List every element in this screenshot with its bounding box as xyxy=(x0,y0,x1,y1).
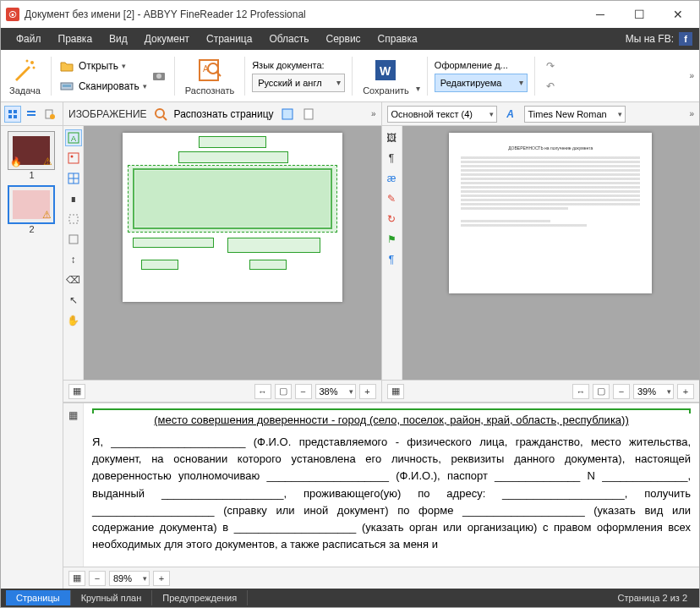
order-tool[interactable]: ↕ xyxy=(65,251,82,268)
overflow-icon[interactable]: » xyxy=(689,109,694,118)
select-tool[interactable] xyxy=(65,231,82,248)
font-style-icon[interactable]: A xyxy=(502,106,519,123)
camera-icon[interactable] xyxy=(150,68,167,85)
redo-icon[interactable]: ↷ xyxy=(542,58,559,74)
facebook-icon[interactable]: f xyxy=(679,32,692,46)
recognition-area-tool[interactable] xyxy=(65,211,82,227)
page-text-preview: ДОВЕРЕННОСТЬ на получение документа xyxy=(449,133,652,293)
open-label: Открыть xyxy=(79,60,118,72)
pointer-tool[interactable]: ↖ xyxy=(65,292,82,309)
barcode-area-tool[interactable]: ∎ xyxy=(65,190,82,207)
task-button[interactable]: Задача xyxy=(6,55,44,97)
font-dropdown[interactable]: Times New Roman xyxy=(524,106,626,123)
closeup-toggle-icon[interactable]: ▦ xyxy=(65,407,82,424)
layout-value: Редактируема xyxy=(440,78,502,88)
main-toolbar: Задача Открыть ▾ Сканировать ▾ A Распозн… xyxy=(1,50,699,102)
zoom-in-button[interactable]: + xyxy=(359,384,376,399)
show-image-tool[interactable]: 🖼 xyxy=(383,129,400,146)
menu-page[interactable]: Страница xyxy=(198,30,260,48)
svg-text:A: A xyxy=(203,64,209,74)
svg-rect-16 xyxy=(14,115,17,118)
closeup-zoom-value[interactable]: 89% xyxy=(109,571,150,586)
fit-page-icon[interactable]: ▢ xyxy=(593,384,610,399)
closeup-tools: ▦ xyxy=(63,403,84,567)
page-thumbnail-1[interactable]: 🔥⚠ 1 xyxy=(8,131,57,180)
recognize-page-label[interactable]: Распознать страницу xyxy=(174,108,274,120)
language-dropdown[interactable]: Русский и англ xyxy=(252,74,345,92)
image-canvas[interactable] xyxy=(84,126,381,380)
image-zoom-value[interactable]: 38% xyxy=(315,384,356,399)
picture-area-tool[interactable] xyxy=(65,150,82,167)
pages-panel: 🔥⚠ 1 ⚠ 2 xyxy=(1,102,63,589)
toggle-view-icon[interactable]: ▦ xyxy=(68,571,85,586)
thumbnails-view-button[interactable] xyxy=(4,106,21,123)
mark-tool[interactable]: ⚑ xyxy=(383,231,400,248)
svg-rect-15 xyxy=(8,115,12,118)
menu-help[interactable]: Справка xyxy=(369,30,426,48)
scan-button[interactable]: Сканировать ▾ xyxy=(58,78,147,95)
status-tab-closeup[interactable]: Крупный план xyxy=(71,590,153,605)
menu-area[interactable]: Область xyxy=(260,30,317,48)
save-button[interactable]: W Сохранить xyxy=(359,55,413,97)
text-area-tool[interactable]: A xyxy=(65,129,82,146)
zoom-in-button[interactable]: + xyxy=(153,571,170,586)
verify-tool[interactable]: ✎ xyxy=(383,190,400,207)
zoom-out-button[interactable]: − xyxy=(89,571,106,586)
style-dropdown[interactable]: Основной текст (4) xyxy=(387,106,497,123)
page-settings-button[interactable] xyxy=(41,106,58,123)
svg-rect-18 xyxy=(27,114,36,116)
page-thumbnail-2[interactable]: ⚠ 2 xyxy=(8,185,57,234)
closeup-footer: ▦ − 89% + xyxy=(63,567,699,589)
menu-file[interactable]: Файл xyxy=(8,30,50,48)
toggle-view-icon[interactable]: ▦ xyxy=(387,384,404,399)
warning-icon: ⚠ xyxy=(42,209,52,221)
chevron-down-icon: ▾ xyxy=(143,82,147,90)
text-canvas[interactable]: ДОВЕРЕННОСТЬ на получение документа xyxy=(402,126,700,380)
details-view-button[interactable] xyxy=(23,106,40,123)
overflow-icon[interactable]: » xyxy=(371,109,376,118)
dictionary-tool[interactable]: æ xyxy=(383,170,400,187)
menu-service[interactable]: Сервис xyxy=(318,30,369,48)
next-error-tool[interactable]: ↻ xyxy=(383,211,400,227)
text-zoom-value[interactable]: 39% xyxy=(633,384,674,399)
layout-dropdown[interactable]: Редактируема xyxy=(435,74,528,92)
fit-width-icon[interactable]: ↔ xyxy=(572,384,589,399)
maximize-button[interactable]: ☐ xyxy=(620,2,659,27)
page-props-icon[interactable] xyxy=(301,106,318,123)
undo-icon[interactable]: ↶ xyxy=(542,78,559,95)
menu-view[interactable]: Вид xyxy=(101,30,136,48)
table-area-tool[interactable] xyxy=(65,170,82,187)
zoom-in-button[interactable]: + xyxy=(677,384,694,399)
show-text-tool[interactable]: ¶ xyxy=(383,150,400,167)
wand-icon xyxy=(11,57,38,84)
save-label: Сохранить xyxy=(363,85,409,96)
hand-tool[interactable]: ✋ xyxy=(65,312,82,329)
svg-point-21 xyxy=(156,109,164,118)
closeup-canvas[interactable]: (место совершения доверенности - город (… xyxy=(84,403,699,567)
open-button[interactable]: Открыть ▾ xyxy=(58,58,147,74)
overflow-icon[interactable]: » xyxy=(689,71,694,80)
zoom-out-button[interactable]: − xyxy=(613,384,630,399)
analyze-icon[interactable] xyxy=(279,106,296,123)
text-pane: Основной текст (4) A Times New Roman » 🖼… xyxy=(382,102,700,402)
fit-width-icon[interactable]: ↔ xyxy=(254,384,271,399)
recognize-label: Распознать xyxy=(185,85,234,96)
closeup-pane: ▦ (место совершения доверенности - город… xyxy=(63,403,699,589)
fb-label: Мы на FB: xyxy=(626,33,674,45)
status-tab-warnings[interactable]: Предупреждения xyxy=(152,590,248,605)
status-tab-pages[interactable]: Страницы xyxy=(6,590,71,605)
close-button[interactable]: ✕ xyxy=(659,2,697,27)
fit-page-icon[interactable]: ▢ xyxy=(275,384,292,399)
eraser-tool[interactable]: ⌫ xyxy=(65,271,82,288)
window-title: Документ без имени [2] - ABBYY FineReade… xyxy=(25,8,576,20)
zoom-out-button[interactable]: − xyxy=(295,384,312,399)
toggle-view-icon[interactable]: ▦ xyxy=(68,384,85,399)
recognize-page-icon[interactable] xyxy=(152,106,169,123)
minimize-button[interactable]: ─ xyxy=(581,2,620,27)
recognize-button[interactable]: A Распознать xyxy=(182,55,238,97)
svg-rect-4 xyxy=(63,85,71,87)
chevron-down-icon[interactable]: ▾ xyxy=(416,84,420,93)
pilcrow-tool[interactable]: ¶ xyxy=(383,251,400,268)
menu-edit[interactable]: Правка xyxy=(50,30,101,48)
menu-document[interactable]: Документ xyxy=(136,30,198,48)
